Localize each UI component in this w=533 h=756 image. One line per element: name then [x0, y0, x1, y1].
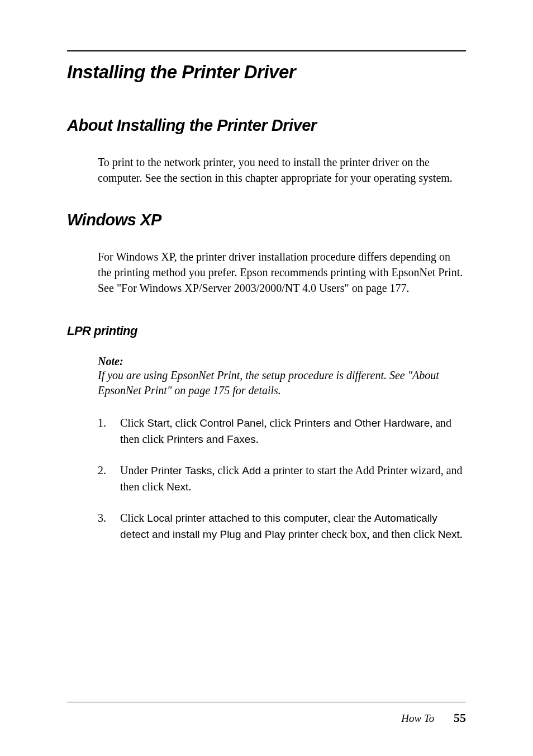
text-run: , click — [264, 417, 294, 429]
text-run: , clear the — [328, 512, 374, 524]
footer-section-label: How To — [401, 712, 434, 724]
page-footer: How To 55 — [67, 702, 466, 725]
section-body-about: To print to the network printer, you nee… — [98, 154, 466, 186]
list-item-content: Click Start, click Control Panel, click … — [120, 415, 466, 447]
list-item-content: Click Local printer attached to this com… — [120, 510, 466, 542]
text-run: , click — [212, 464, 242, 476]
ui-term: Printer Tasks — [151, 465, 212, 476]
footer-rule — [67, 702, 466, 702]
ui-term: Printers and Faxes — [166, 433, 255, 445]
top-rule — [67, 50, 466, 51]
ui-term: Next — [166, 481, 188, 493]
list-item: 2.Under Printer Tasks, click Add a print… — [98, 462, 466, 494]
text-run: , click — [169, 417, 199, 429]
section-body-winxp: For Windows XP, the printer driver insta… — [98, 249, 466, 296]
list-item: 3.Click Local printer attached to this c… — [98, 510, 466, 542]
text-run: check box, and then click — [318, 528, 438, 540]
text-run: . — [188, 480, 191, 493]
ordered-steps: 1.Click Start, click Control Panel, clic… — [98, 415, 466, 542]
ui-term: Printers and Other Hardware — [294, 417, 430, 429]
footer-page-number: 55 — [454, 711, 466, 725]
ui-term: Next — [438, 528, 460, 540]
main-heading: Installing the Printer Driver — [67, 62, 466, 83]
ui-term: Control Panel — [199, 417, 264, 429]
note-text: If you are using EpsonNet Print, the set… — [98, 368, 466, 398]
list-item: 1.Click Start, click Control Panel, clic… — [98, 415, 466, 447]
section-heading-about: About Installing the Printer Driver — [67, 116, 466, 135]
text-run: . — [460, 528, 463, 540]
list-item-number: 1. — [98, 415, 120, 447]
text-run: Click — [120, 512, 147, 524]
ui-term: Start — [147, 417, 169, 429]
note-block: Note: If you are using EpsonNet Print, t… — [98, 355, 466, 398]
subsection-heading-lpr: LPR printing — [67, 324, 466, 338]
list-item-content: Under Printer Tasks, click Add a printer… — [120, 462, 466, 494]
section-heading-winxp: Windows XP — [67, 211, 466, 229]
text-run: Under — [120, 464, 151, 476]
text-run: . — [256, 433, 259, 445]
list-item-number: 3. — [98, 510, 120, 542]
ui-term: Local printer attached to this computer — [147, 512, 327, 524]
text-run: Click — [120, 417, 147, 429]
note-label: Note: — [98, 355, 466, 368]
list-item-number: 2. — [98, 462, 120, 494]
ui-term: Add a printer — [242, 465, 303, 476]
